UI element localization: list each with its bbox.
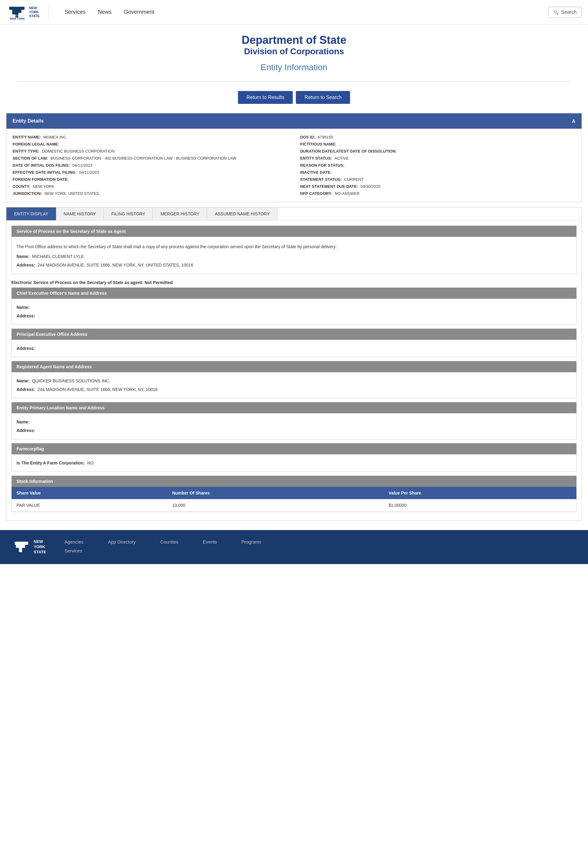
principal-office-header: Principal Executive Office Address (12, 329, 576, 340)
search-box[interactable]: 🔍 Search (548, 7, 582, 18)
entity-details-header: Entity Details ∧ (6, 114, 582, 129)
site-header: NEW YORK STATE NEW YORK STATE Services N… (0, 0, 588, 25)
registered-agent-name-value: QUICKER BUSINESS SOLUTIONS INC. (32, 378, 110, 383)
field-statement-status: STATEMENT STATUS: CURRENT (300, 176, 575, 183)
primary-location-body: Name: Address: (12, 413, 576, 439)
return-results-button[interactable]: Return to Results (238, 91, 293, 104)
footer-link-services[interactable]: Services (65, 548, 84, 554)
registered-agent-header: Registered Agent Name and Address (12, 361, 576, 372)
footer-link-events[interactable]: Events (203, 539, 217, 545)
footer-ny-logo (12, 539, 31, 555)
primary-location-panel: Entity Primary Location Name and Address… (11, 402, 577, 439)
footer-logo: NEW YORK STATE (12, 539, 46, 555)
field-nfp-category: NFP CATEGORY: NO-ANSWER (300, 190, 575, 197)
service-of-process-header: Service of Process on the Secretary of S… (12, 226, 576, 237)
tab-content-entity-display: Service of Process on the Secretary of S… (6, 221, 582, 521)
ny-state-logo: NEW YORK STATE (6, 4, 28, 21)
field-effective-date: EFFECTIVE DATE INITIAL FILING: 04/11/202… (13, 169, 288, 176)
svg-text:STATE: STATE (12, 15, 19, 17)
service-name-value: MICHAEL CLEMENT LYLE (32, 254, 84, 259)
stock-table: Share Value Number Of Shares Value Per S… (12, 487, 576, 512)
farmcorp-body: Is The Entity A Farm Corporation: NO (12, 455, 576, 471)
stock-panel: Stock Information Share Value Number Of … (11, 475, 577, 512)
farmcorp-question-row: Is The Entity A Farm Corporation: NO (16, 459, 572, 467)
tab-filing-history[interactable]: FILING HISTORY (104, 207, 153, 220)
primary-location-address-row: Address: (16, 426, 572, 435)
entity-fields-right: DOS ID: 6796150 FICTITIOUS NAME: DURATIO… (300, 134, 575, 197)
footer-col-4: Programs (241, 539, 261, 554)
stock-num-shares: 10,000 (167, 499, 384, 512)
nav-services[interactable]: Services (64, 9, 85, 15)
svg-text:NEW YORK: NEW YORK (10, 17, 25, 20)
field-fictitious-name: FICTITIOUS NAME: (300, 141, 575, 148)
entity-details-body: ENTITY NAME: MGMEX INC. FOREIGN LEGAL NA… (6, 129, 582, 202)
principal-office-body: Address: (12, 340, 576, 357)
entity-fields-left: ENTITY NAME: MGMEX INC. FOREIGN LEGAL NA… (13, 134, 288, 197)
field-county: COUNTY: NEW YORK (13, 183, 288, 190)
svg-marker-4 (15, 542, 28, 552)
stock-header: Stock Information (12, 476, 576, 487)
ceo-name-row: Name: (16, 303, 572, 311)
nav-news[interactable]: News (98, 9, 112, 15)
stock-body: Share Value Number Of Shares Value Per S… (12, 487, 576, 512)
service-address-row: Address: 244 MADISON AVENUE, SUITE 1666,… (16, 261, 572, 269)
field-reason-status: REASON FOR STATUS: (300, 162, 575, 169)
field-foreign-formation: FOREIGN FORMATION DATE: (13, 176, 288, 183)
title-divider (18, 81, 570, 82)
logo-text: NEW YORK STATE (29, 6, 40, 18)
farmcorp-answer: NO (87, 461, 94, 465)
tabs-bar: ENTITY DISPLAY NAME HISTORY FILING HISTO… (6, 207, 582, 221)
stock-col-share-value: Share Value (12, 487, 167, 499)
registered-agent-name-row: Name: QUICKER BUSINESS SOLUTIONS INC. (16, 376, 572, 385)
field-jurisdiction: JURISDICTION: NEW YORK, UNITED STATES (13, 190, 288, 197)
tab-merger-history[interactable]: MERGER HISTORY (153, 207, 207, 220)
registered-agent-body: Name: QUICKER BUSINESS SOLUTIONS INC. Ad… (12, 372, 576, 398)
footer-logo-text: NEW YORK STATE (34, 539, 46, 555)
service-of-process-panel: Service of Process on the Secretary of S… (11, 226, 577, 274)
registered-agent-address-value: 244 MADISON AVENUE, SUITE 1666, NEW YORK… (37, 387, 158, 392)
service-of-process-body: The Post Office address to which the Sec… (12, 237, 576, 274)
footer-col-2: Counties (160, 539, 178, 554)
service-description: The Post Office address to which the Sec… (16, 241, 572, 252)
entity-grid: ENTITY NAME: MGMEX INC. FOREIGN LEGAL NA… (13, 134, 575, 197)
ceo-body: Name: Address: (12, 299, 576, 325)
return-search-button[interactable]: Return to Search (296, 91, 350, 104)
field-next-statement: NEXT STATEMENT DUE DATE: 04/30/2025 (300, 183, 575, 190)
stock-row: PAR VALUE 10,000 $1.00000 (12, 499, 576, 512)
tabs-wrapper: ENTITY DISPLAY NAME HISTORY FILING HISTO… (6, 207, 582, 521)
page-title-section: Department of State Division of Corporat… (0, 25, 588, 78)
ceo-address-row: Address: (16, 311, 572, 320)
primary-location-header: Entity Primary Location Name and Address (12, 402, 576, 413)
field-date-initial-dos: DATE OF INITIAL DOS FILING: 04/11/2023 (13, 162, 288, 169)
ceo-panel: Chief Executive Officer's Name and Addre… (11, 287, 577, 325)
registered-agent-panel: Registered Agent Name and Address Name: … (11, 361, 577, 398)
field-entity-status: ENTITY STATUS: ACTIVE (300, 155, 575, 162)
footer-link-app-directory[interactable]: App Directory (108, 539, 136, 545)
farmcorp-panel: Farmcorpflag Is The Entity A Farm Corpor… (11, 443, 577, 472)
tab-assumed-name-history[interactable]: ASSUMED NAME HISTORY (207, 207, 277, 220)
button-row: Return to Results Return to Search (0, 85, 588, 110)
footer-link-counties[interactable]: Counties (160, 539, 178, 545)
site-footer: NEW YORK STATE Agencies Services App Dir… (0, 530, 588, 564)
field-section-of-law: SECTION OF LAW: BUSINESS CORPORATION - 4… (13, 155, 288, 162)
field-duration-date: DURATION DATE/LATEST DATE OF DISSOLUTION… (300, 148, 575, 155)
entity-details-panel: Entity Details ∧ ENTITY NAME: MGMEX INC.… (6, 113, 582, 202)
stock-share-value: PAR VALUE (12, 499, 167, 512)
footer-link-agencies[interactable]: Agencies (65, 539, 84, 545)
field-dos-id: DOS ID: 6796150 (300, 134, 575, 141)
electronic-service-notice: Electronic Service of Process on the Sec… (11, 278, 577, 287)
footer-links: Agencies Services App Directory Counties… (65, 539, 576, 554)
tab-name-history[interactable]: NAME HISTORY (56, 207, 104, 220)
principal-office-panel: Principal Executive Office Address Addre… (11, 328, 577, 357)
search-icon: 🔍 (553, 10, 559, 15)
nav-government[interactable]: Government (124, 9, 154, 15)
dept-title: Department of State (6, 34, 582, 47)
entity-details-title: Entity Details (13, 118, 43, 124)
footer-link-programs[interactable]: Programs (241, 539, 261, 545)
ceo-header: Chief Executive Officer's Name and Addre… (12, 288, 576, 299)
stock-value-per-share: $1.00000 (384, 499, 576, 512)
tab-entity-display[interactable]: ENTITY DISPLAY (6, 207, 56, 220)
principal-address-row: Address: (16, 344, 572, 353)
registered-agent-address-row: Address: 244 MADISON AVENUE, SUITE 1666,… (16, 385, 572, 394)
field-entity-name: ENTITY NAME: MGMEX INC. (13, 134, 288, 141)
